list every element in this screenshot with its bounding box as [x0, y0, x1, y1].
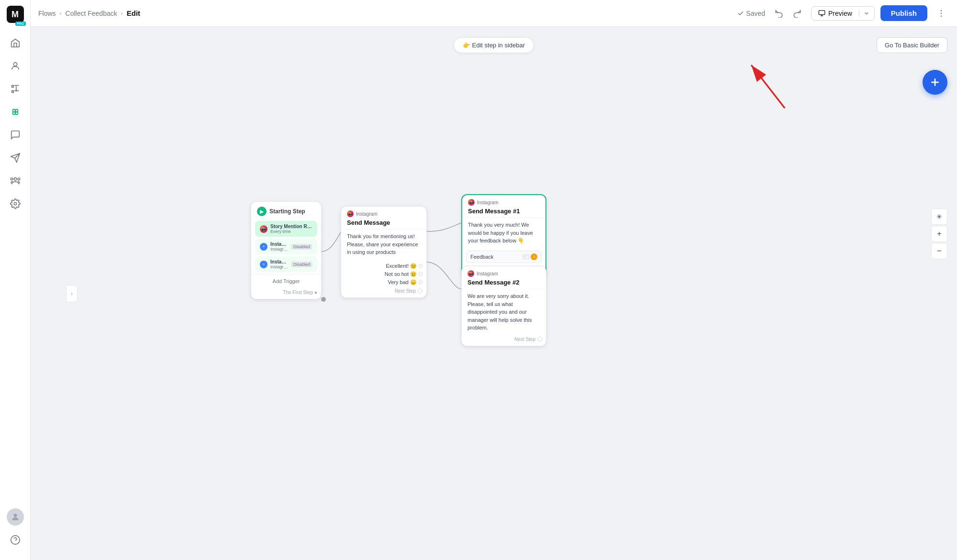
blue-icon-1: + [260, 243, 267, 251]
sidebar-item-home[interactable] [5, 33, 26, 54]
preview-dropdown-button[interactable] [859, 10, 874, 17]
main-area: Flows › Collect Feedback › Edit Saved Pr… [31, 0, 957, 560]
svg-point-11 [14, 202, 17, 205]
undo-redo-controls [771, 5, 805, 22]
sidebar-item-help[interactable] [5, 529, 26, 550]
svg-point-12 [13, 514, 17, 517]
breadcrumb-current: Edit [127, 9, 140, 17]
add-node-fab[interactable] [923, 70, 947, 95]
next-step-circle-1 [418, 288, 423, 293]
trigger-2-sublabel: Instagram Story Reply #20 [270, 247, 288, 252]
zoom-in-button[interactable]: + [931, 226, 947, 242]
instagram-icon-3: 📷 [468, 199, 475, 206]
preview-button[interactable]: Preview [812, 7, 859, 20]
sidebar-item-flows[interactable] [5, 78, 26, 99]
svg-point-9 [18, 178, 20, 180]
sidebar-bottom [5, 508, 26, 554]
svg-point-17 [941, 10, 942, 11]
send-message-1-title: Send Message #1 [462, 208, 545, 218]
trigger-1-sublabel: Every time [270, 229, 312, 234]
saved-indicator: Saved [737, 10, 765, 17]
sidebar-item-integrations[interactable] [5, 101, 26, 122]
sidebar-item-contacts[interactable] [5, 55, 26, 77]
instagram-icon-4: 📷 [467, 270, 474, 277]
next-step-row-1: Next Step [341, 286, 426, 297]
send-message-1-header: 📷 Instagram [462, 195, 545, 208]
collapse-sidebar-button[interactable]: › [66, 285, 78, 302]
option-dot-2 [419, 272, 423, 276]
svg-rect-24 [523, 254, 529, 258]
option-excellent: Excellent! 😊 [341, 262, 426, 270]
app-logo[interactable]: M PRO [7, 6, 24, 23]
saved-text: Saved [746, 10, 765, 17]
svg-point-5 [12, 112, 15, 115]
svg-point-18 [941, 12, 942, 14]
svg-rect-14 [819, 11, 825, 15]
undo-button[interactable] [771, 5, 787, 22]
svg-line-21 [751, 65, 785, 108]
instagram-icon-1: 📷 [260, 225, 267, 233]
svg-point-10 [11, 178, 13, 180]
trigger-story-reply-1[interactable]: + Instagram Story Reply Instagram Story … [255, 239, 317, 254]
send-message-title: Send Message [341, 219, 426, 229]
trigger-story-reply-2[interactable]: + Instagram Story Reply Instagram Story … [255, 256, 317, 272]
red-arrow-indicator [737, 55, 794, 113]
edit-step-hint: 👉 Edit step in sidebar [454, 37, 534, 53]
basic-builder-button[interactable]: Go To Basic Builder [877, 37, 947, 53]
svg-point-19 [941, 15, 942, 17]
zoom-out-button[interactable]: − [931, 243, 947, 259]
zoom-asterisk-button[interactable]: ✳ [931, 209, 947, 225]
starting-step-title: Starting Step [269, 208, 305, 215]
flow-canvas[interactable]: 👉 Edit step in sidebar Go To Basic Build… [31, 27, 957, 560]
trigger-story-mention[interactable]: 📷 Story Mention Reply Every time [255, 221, 317, 237]
trigger-3-disabled: Disabled [291, 262, 312, 267]
send-message-1-node[interactable]: 📷 Instagram Send Message #1 Thank you ve… [461, 194, 546, 278]
instagram-icon-2: 📷 [347, 210, 354, 217]
send-message-2-body: We are very sorry about it. Please, tell… [462, 289, 546, 335]
pro-badge: PRO [15, 22, 25, 26]
sidebar-item-settings[interactable] [5, 193, 26, 214]
send-message-2-type: Instagram [477, 271, 498, 276]
sidebar: M PRO [0, 0, 31, 560]
breadcrumb-chevron-1: › [60, 10, 62, 17]
sidebar-item-chat[interactable] [5, 124, 26, 145]
send-message-1-type: Instagram [477, 200, 498, 205]
starting-step-node[interactable]: ▶ Starting Step 📷 Story Mention Reply Ev… [251, 201, 322, 299]
breadcrumb-collect-feedback[interactable]: Collect Feedback [66, 10, 117, 17]
svg-point-0 [13, 63, 17, 66]
breadcrumb: Flows › Collect Feedback › Edit [38, 9, 140, 17]
preview-button-group: Preview [811, 6, 875, 21]
svg-point-27 [321, 297, 326, 302]
send-message-type: Instagram [356, 211, 377, 217]
send-message-2-header: 📷 Instagram [462, 266, 546, 279]
send-message-2-title: Send Message #2 [462, 279, 546, 289]
redo-button[interactable] [789, 5, 805, 22]
svg-point-4 [15, 110, 18, 112]
breadcrumb-chevron-2: › [121, 10, 123, 17]
send-message-2-node[interactable]: 📷 Instagram Send Message #2 We are very … [461, 266, 546, 346]
sidebar-item-audience[interactable] [5, 170, 26, 191]
more-options-button[interactable] [933, 5, 949, 22]
sidebar-nav [5, 33, 26, 508]
feedback-field: Feedback ☆ [466, 251, 542, 263]
starting-step-header: ▶ Starting Step [251, 202, 321, 219]
header: Flows › Collect Feedback › Edit Saved Pr… [31, 0, 957, 27]
svg-point-8 [14, 178, 17, 181]
publish-button[interactable]: Publish [880, 5, 927, 21]
next-step-circle-3 [537, 337, 542, 341]
blue-icon-2: + [260, 261, 267, 268]
svg-point-13 [11, 536, 19, 544]
option-not-so-hot: Not so hot 😐 [341, 270, 426, 278]
add-trigger-link[interactable]: Add Trigger [251, 274, 321, 288]
avatar[interactable] [7, 508, 24, 526]
option-very-bad: Very bad 😞 [341, 278, 426, 286]
option-dot-1 [419, 264, 423, 268]
starting-step-icon: ▶ [257, 207, 267, 216]
zoom-controls: ✳ + − [931, 209, 947, 259]
sidebar-item-send[interactable] [5, 147, 26, 168]
breadcrumb-flows[interactable]: Flows [38, 10, 56, 17]
send-message-node[interactable]: 📷 Instagram Send Message Thank you for m… [341, 206, 427, 298]
trigger-1-label: Story Mention Reply [270, 224, 312, 229]
send-message-header: 📷 Instagram [341, 207, 426, 219]
send-message-body: Thank you for mentioning us! Please, sha… [341, 229, 426, 259]
